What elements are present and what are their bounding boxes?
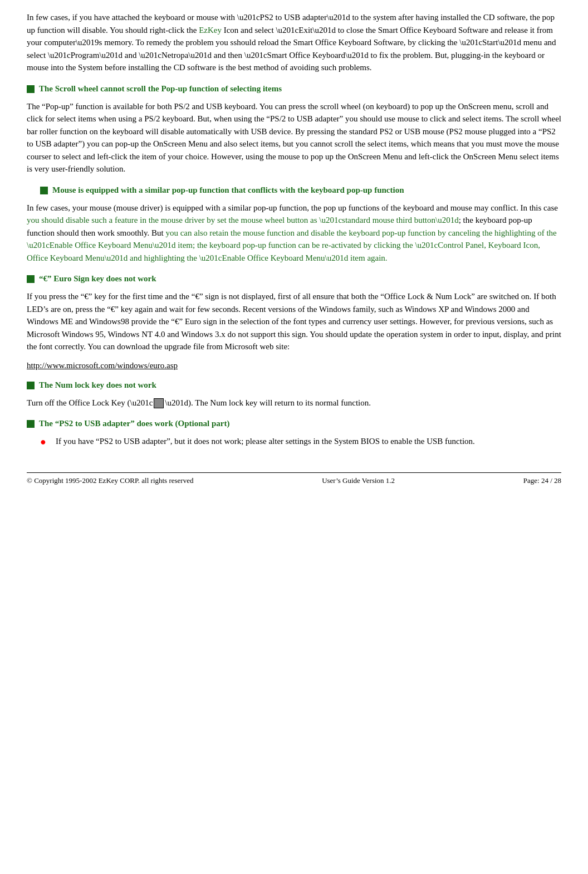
section5-bullet [27,420,35,428]
section4-bullet [27,382,35,389]
intro-paragraph: In few cases, if you have attached the k… [27,11,561,74]
section2-heading: Mouse is equipped with a similar pop-up … [27,185,561,195]
euro-url-link[interactable]: http://www.microsoft.com/windows/euro.as… [27,361,561,370]
section1-heading: The Scroll wheel cannot scroll the Pop-u… [27,84,561,94]
section3-body: If you press the “€” key for the first t… [27,290,561,353]
ezkey-text: EzKey [199,26,222,35]
section1-body: The “Pop-up” function is available for b… [27,100,561,175]
footer-page: Page: 24 / 28 [523,476,561,485]
section4-body: Turn off the Office Lock Key (\u201c\u20… [27,397,561,409]
section2-bullet [40,187,48,194]
section2-green1: you should disable such a feature in the… [27,216,459,224]
office-lock-icon [154,398,164,408]
section5-bullet-item: ● If you have “PS2 to USB adapter”, but … [27,435,561,456]
section1-bullet [27,85,35,93]
section3-bullet [27,275,35,283]
section3-heading: “€” Euro Sign key does not work [27,274,561,284]
footer-guide: User’s Guide Version 1.2 [322,476,395,485]
section5-body: If you have “PS2 to USB adapter”, but it… [56,435,475,448]
section2-green2: you can also retain the mouse function a… [27,228,557,262]
footer: © Copyright 1995-2002 EzKey CORP. all ri… [27,472,561,485]
red-circle-bullet: ● [40,436,49,448]
section4-heading: The Num lock key does not work [27,380,561,390]
footer-copyright: © Copyright 1995-2002 EzKey CORP. all ri… [27,476,193,485]
section5-heading: The “PS2 to USB adapter” does work (Opti… [27,419,561,428]
section2-body: In few cases, your mouse (mouse driver) … [27,202,561,265]
